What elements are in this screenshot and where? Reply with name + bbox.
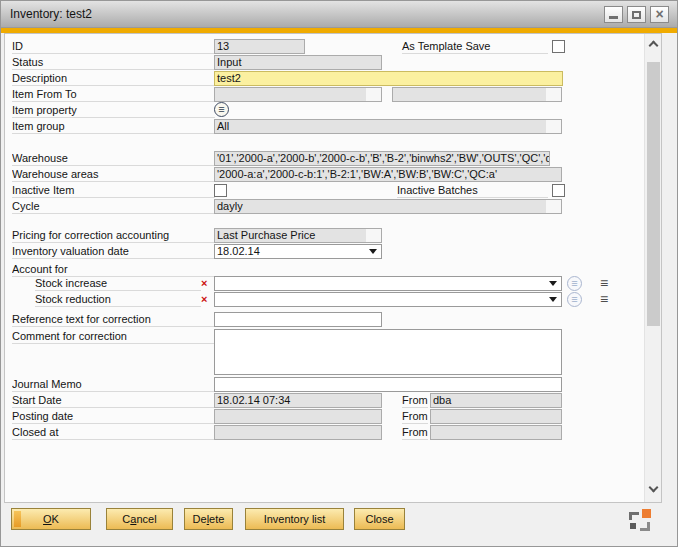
- chevron-down-icon[interactable]: [549, 281, 557, 286]
- close-button[interactable]: ×: [650, 6, 669, 23]
- id-label: ID: [12, 39, 215, 54]
- inventory-list-button[interactable]: Inventory list: [245, 508, 344, 530]
- cancel-button[interactable]: Cancel: [106, 508, 173, 530]
- cancel-button-label-post: ncel: [136, 513, 156, 525]
- pricing-label: Pricing for correction accounting: [12, 228, 215, 243]
- corner-bracket-bottom-right: [640, 522, 650, 531]
- cycle-label: Cycle: [12, 199, 215, 214]
- posting-date-from-field: [430, 409, 562, 424]
- chevron-down-icon[interactable]: [369, 249, 377, 254]
- status-field: Input: [214, 55, 382, 70]
- stock-increase-list-icon[interactable]: ≡: [600, 276, 608, 291]
- inventory-list-button-label: Inventory list: [264, 513, 326, 525]
- item-group-label: Item group: [12, 119, 215, 134]
- stock-increase-label: Stock increase: [35, 276, 201, 291]
- item-property-menu-icon[interactable]: ≡: [214, 102, 229, 117]
- valuation-date-combo[interactable]: 18.02.14: [214, 244, 382, 259]
- ok-button-mnemonic: O: [43, 513, 52, 525]
- journal-memo-input[interactable]: [214, 377, 562, 392]
- closed-at-from-field: [430, 425, 562, 440]
- corner-orange-square: [642, 509, 651, 518]
- stock-reduction-combo[interactable]: [214, 292, 562, 307]
- stock-reduction-list-icon[interactable]: ≡: [600, 292, 608, 307]
- chevron-down-icon[interactable]: [549, 297, 557, 302]
- ok-button[interactable]: OK: [11, 508, 91, 530]
- close-icon: ×: [655, 8, 663, 21]
- vertical-scrollbar[interactable]: [644, 34, 661, 502]
- reference-text-label: Reference text for correction: [12, 312, 215, 327]
- posting-date-from-label: From: [402, 409, 428, 424]
- description-label: Description: [12, 71, 215, 86]
- maximize-icon: [632, 11, 641, 19]
- form-resize-icon[interactable]: [629, 509, 651, 531]
- warehouse-label: Warehouse: [12, 151, 215, 166]
- start-date-label: Start Date: [12, 393, 215, 408]
- id-field: 13: [214, 39, 305, 54]
- reference-text-input[interactable]: [214, 312, 382, 327]
- inactive-batches-checkbox[interactable]: [552, 184, 565, 197]
- stock-reduction-label: Stock reduction: [35, 292, 201, 307]
- stock-increase-choose-icon[interactable]: ≡: [567, 276, 582, 291]
- journal-memo-label: Journal Memo: [12, 377, 215, 392]
- inactive-item-label: Inactive Item: [12, 183, 215, 198]
- as-template-save-checkbox[interactable]: [552, 40, 565, 53]
- comment-label: Comment for correction: [12, 329, 215, 344]
- warehouse-field: '01','2000-a','2000-b','2000-c-b','B','B…: [214, 151, 550, 166]
- inventory-window: Inventory: test2 × ID 13 As Template Sav…: [0, 0, 678, 547]
- form-panel: ID 13 As Template Save Status Input Desc…: [4, 33, 662, 503]
- closed-at-from-label: From: [402, 425, 428, 440]
- item-from-to-label: Item From To: [12, 87, 215, 102]
- warehouse-areas-label: Warehouse areas: [12, 167, 215, 182]
- delete-button[interactable]: Delete: [184, 508, 233, 530]
- closed-at-label: Closed at: [12, 425, 215, 440]
- item-property-label: Item property: [12, 103, 215, 118]
- scrollbar-thumb[interactable]: [647, 62, 660, 326]
- required-icon: ×: [201, 276, 207, 291]
- description-input[interactable]: test2: [214, 71, 563, 86]
- item-from-field: [214, 87, 382, 102]
- minimize-icon: [609, 16, 618, 19]
- inactive-item-checkbox[interactable]: [214, 184, 227, 197]
- corner-bracket-top-left: [629, 512, 639, 520]
- minimize-button[interactable]: [604, 6, 623, 23]
- delete-button-label-post: ete: [209, 513, 224, 525]
- required-icon: ×: [201, 292, 207, 307]
- start-date-field: 18.02.14 07:34: [214, 393, 382, 408]
- as-template-save-label: As Template Save: [402, 39, 548, 54]
- cancel-button-label: C: [122, 513, 130, 525]
- item-to-field: [392, 87, 562, 102]
- status-label: Status: [12, 55, 215, 70]
- start-date-from-label: From: [402, 393, 428, 408]
- pricing-field: Last Purchase Price: [214, 228, 382, 243]
- corner-gray-square: [630, 523, 636, 529]
- ok-button-label-post: K: [52, 513, 59, 525]
- valuation-date-label: Inventory valuation date: [12, 244, 215, 259]
- account-for-label: Account for: [12, 262, 215, 277]
- scroll-down-icon[interactable]: [649, 483, 659, 493]
- close-form-button-label: Close: [365, 513, 393, 525]
- posting-date-field: [214, 409, 382, 424]
- inactive-batches-label: Inactive Batches: [397, 183, 548, 198]
- closed-at-field: [214, 425, 382, 440]
- start-date-from-field: dba: [430, 393, 562, 408]
- cycle-field: dayly: [214, 199, 562, 214]
- maximize-button[interactable]: [627, 6, 646, 23]
- close-form-button[interactable]: Close: [354, 508, 405, 530]
- item-group-field: All: [214, 119, 562, 134]
- valuation-date-value: 18.02.14: [217, 245, 260, 257]
- stock-reduction-choose-icon[interactable]: ≡: [567, 292, 582, 307]
- window-controls: ×: [604, 6, 669, 23]
- delete-button-label: De: [193, 513, 207, 525]
- stock-increase-combo[interactable]: [214, 276, 562, 291]
- scroll-up-icon[interactable]: [649, 41, 659, 51]
- title-bar: Inventory: test2 ×: [1, 1, 677, 28]
- window-title: Inventory: test2: [10, 7, 92, 21]
- comment-textarea[interactable]: [214, 329, 562, 375]
- posting-date-label: Posting date: [12, 409, 215, 424]
- warehouse-areas-field: '2000-a:a','2000-c-b:1','B-2:1','BW:A','…: [214, 167, 562, 182]
